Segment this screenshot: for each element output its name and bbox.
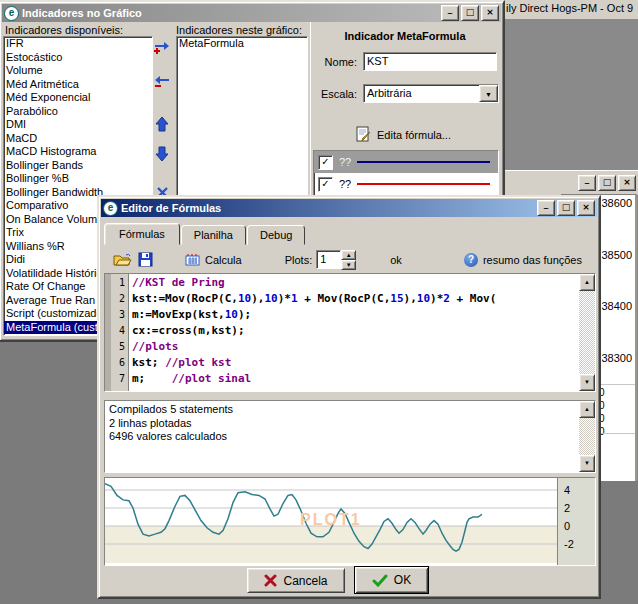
close-button[interactable]: × — [577, 200, 595, 216]
ok-label: OK — [394, 573, 411, 587]
maximize-button[interactable]: □ — [461, 5, 479, 21]
save-floppy-icon — [138, 252, 153, 267]
add-indicator-button[interactable] — [151, 38, 173, 58]
maximize-button[interactable]: □ — [598, 175, 616, 191]
scale-select[interactable]: Arbitrária ▼ — [363, 84, 499, 103]
checkbox[interactable]: ✓ — [318, 155, 333, 170]
maximize-button[interactable]: □ — [557, 200, 575, 216]
output-scrollbar[interactable]: ▲ ▼ — [579, 401, 595, 472]
editor-tabs: FórmulasPlanilhaDebug — [102, 223, 306, 245]
list-item[interactable]: Bollinger %B — [4, 172, 152, 186]
line-number: 1 — [105, 275, 125, 291]
y-tick-label: 0 — [564, 520, 570, 532]
preview-plot: PLOT1 — [105, 478, 557, 565]
help-button[interactable]: ? resumo das funções — [464, 253, 582, 267]
code-editor: 1234567 //KST de Pringkst:=Mov(RocP(C,10… — [104, 273, 596, 392]
minimize-button[interactable]: _ — [537, 200, 555, 216]
compile-output: Compilados 5 statements2 linhas plotadas… — [104, 400, 596, 473]
list-item[interactable]: Parabólico — [4, 105, 152, 119]
list-item[interactable]: DMI — [4, 118, 152, 132]
indicators-titlebar[interactable]: e Indicadores no Gráfico _ □ × — [2, 4, 501, 22]
plot-line-row[interactable]: ✓?? — [314, 173, 498, 195]
plot-line-swatch — [357, 183, 490, 185]
spin-up-icon[interactable]: ▲ — [341, 250, 356, 260]
move-up-button[interactable] — [151, 114, 173, 134]
scale-selected-value: Arbitrária — [364, 85, 479, 102]
code-line: m:=MovExp(kst,10); — [132, 307, 579, 323]
available-list-label: Indicadores disponíveis: — [5, 24, 123, 36]
scale-label: Escala: — [311, 88, 357, 100]
y-tick-label: 4 — [564, 484, 570, 496]
screen: ily Direct Hogs-PM - Oct 9 _ □ × 3860038… — [0, 0, 638, 604]
background-window-strip: _ □ × — [504, 170, 638, 195]
ok-button[interactable]: OK — [354, 566, 429, 594]
plot-line-swatch — [357, 161, 490, 163]
remove-indicator-button[interactable] — [151, 72, 173, 92]
arrow-right-plus-icon — [152, 40, 172, 56]
code-area[interactable]: //KST de Pringkst:=Mov(RocP(C,10),10)*1 … — [129, 274, 579, 391]
line-number: 7 — [105, 371, 125, 387]
calculate-button[interactable]: Calcula — [182, 251, 245, 268]
arrow-left-minus-icon — [152, 74, 172, 90]
app-logo-icon: e — [103, 201, 118, 216]
line-number: 6 — [105, 355, 125, 371]
plots-label: Plots: — [285, 254, 313, 266]
list-item[interactable]: Bollinger Bands — [4, 159, 152, 173]
scroll-down-icon[interactable]: ▼ — [579, 374, 595, 391]
plots-value[interactable]: 1 — [316, 250, 341, 269]
code-line: //KST de Pring — [132, 275, 579, 291]
formula-editor-window: e Editor de Fórmulas _ □ × FórmulasPlani… — [97, 195, 601, 599]
window-title: Editor de Fórmulas — [121, 202, 537, 214]
tab-planilha[interactable]: Planilha — [181, 225, 246, 245]
preview-chart: PLOT1 420-2 — [104, 477, 596, 566]
cancel-x-icon — [264, 574, 277, 587]
line-number: 2 — [105, 291, 125, 307]
list-item[interactable]: Méd Aritmética — [4, 78, 152, 92]
line-number: 4 — [105, 323, 125, 339]
help-label: resumo das funções — [483, 254, 582, 266]
list-item[interactable]: Volume — [4, 64, 152, 78]
chevron-down-icon[interactable]: ▼ — [479, 85, 498, 102]
list-item[interactable]: MaCD — [4, 132, 152, 146]
editor-titlebar[interactable]: e Editor de Fórmulas _ □ × — [101, 199, 597, 217]
tab-fórmulas[interactable]: Fórmulas — [104, 223, 180, 245]
open-folder-icon — [113, 252, 132, 267]
list-item[interactable]: Estocástico — [4, 51, 152, 65]
close-button[interactable]: × — [618, 175, 636, 191]
edit-formula-label: Edita fórmula... — [377, 129, 451, 141]
arrow-up-icon — [155, 116, 169, 132]
compile-status: ok — [390, 254, 402, 266]
scroll-up-icon[interactable]: ▲ — [579, 274, 595, 291]
plot-line-row[interactable]: ✓?? — [314, 151, 498, 173]
minimize-button[interactable]: _ — [441, 5, 459, 21]
scroll-down-icon[interactable]: ▼ — [579, 455, 595, 472]
panel-title: Indicador MetaFormula — [311, 22, 499, 42]
close-button[interactable]: × — [481, 5, 499, 21]
edit-formula-icon — [355, 126, 372, 143]
edit-formula-button[interactable]: Edita fórmula... — [355, 126, 451, 143]
arrow-down-icon — [155, 146, 169, 162]
cancel-button[interactable]: Cancela — [247, 568, 345, 593]
move-down-button[interactable] — [151, 144, 173, 164]
scroll-up-icon[interactable]: ▲ — [579, 401, 595, 418]
tab-debug[interactable]: Debug — [247, 225, 305, 245]
line-number: 3 — [105, 307, 125, 323]
preview-y-axis: 420-2 — [557, 478, 595, 565]
plots-stepper[interactable]: 1 ▲ ▼ — [316, 250, 356, 269]
ok-check-icon — [372, 574, 388, 587]
list-item[interactable]: MaCD Histograma — [4, 145, 152, 159]
line-number: 5 — [105, 339, 125, 355]
list-item[interactable]: Méd Exponencial — [4, 91, 152, 105]
name-input[interactable]: KST — [363, 52, 497, 71]
save-button[interactable] — [135, 250, 156, 269]
list-item[interactable]: IFR — [4, 37, 152, 51]
open-button[interactable] — [110, 250, 135, 269]
app-logo-icon: e — [4, 6, 19, 21]
list-item[interactable]: MetaFormula — [177, 37, 307, 51]
minimize-button[interactable]: _ — [578, 175, 596, 191]
code-scrollbar[interactable]: ▲ ▼ — [579, 274, 595, 391]
spin-down-icon[interactable]: ▼ — [341, 260, 356, 270]
inchart-list-label: Indicadores neste gráfico: — [176, 24, 302, 36]
code-line: cx:=cross(m,kst); — [132, 323, 579, 339]
checkbox[interactable]: ✓ — [318, 177, 333, 192]
